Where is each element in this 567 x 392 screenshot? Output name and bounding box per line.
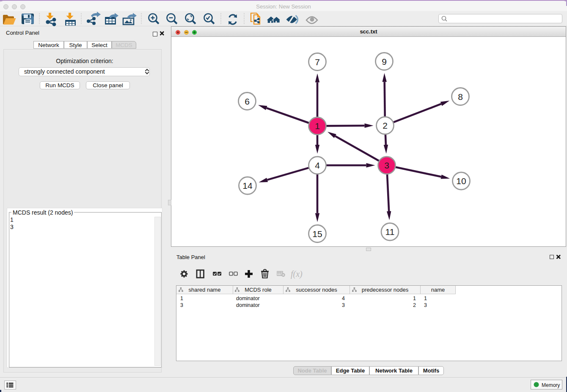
svg-text:1: 1: [315, 121, 320, 131]
svg-text:f(x): f(x): [291, 269, 303, 279]
svg-text:3: 3: [384, 160, 389, 170]
svg-text:8: 8: [458, 92, 463, 102]
svg-text:11: 11: [385, 227, 395, 237]
svg-text:7: 7: [315, 57, 320, 67]
svg-text:15: 15: [312, 229, 322, 239]
svg-text:4: 4: [315, 160, 320, 170]
svg-text:6: 6: [245, 97, 250, 106]
svg-text:9: 9: [382, 57, 387, 66]
svg-text:2: 2: [383, 121, 388, 130]
svg-text:10: 10: [456, 176, 466, 186]
svg-text:14: 14: [242, 181, 253, 190]
